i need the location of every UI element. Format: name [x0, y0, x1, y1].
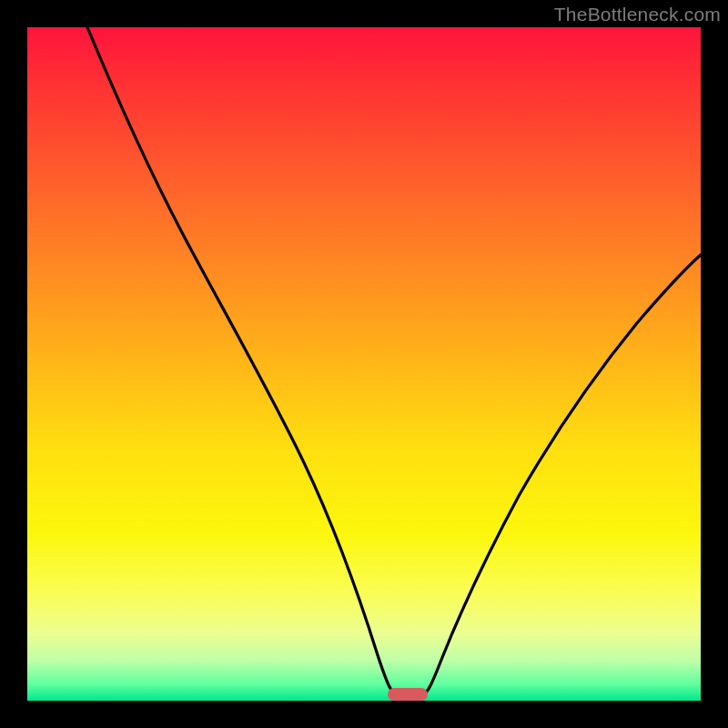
bottleneck-curve [27, 27, 701, 701]
watermark-text: TheBottleneck.com [554, 4, 721, 25]
plot-area [27, 27, 701, 701]
chart-frame: TheBottleneck.com [0, 0, 728, 728]
optimal-point-marker [388, 688, 428, 701]
curve-path [87, 27, 701, 696]
